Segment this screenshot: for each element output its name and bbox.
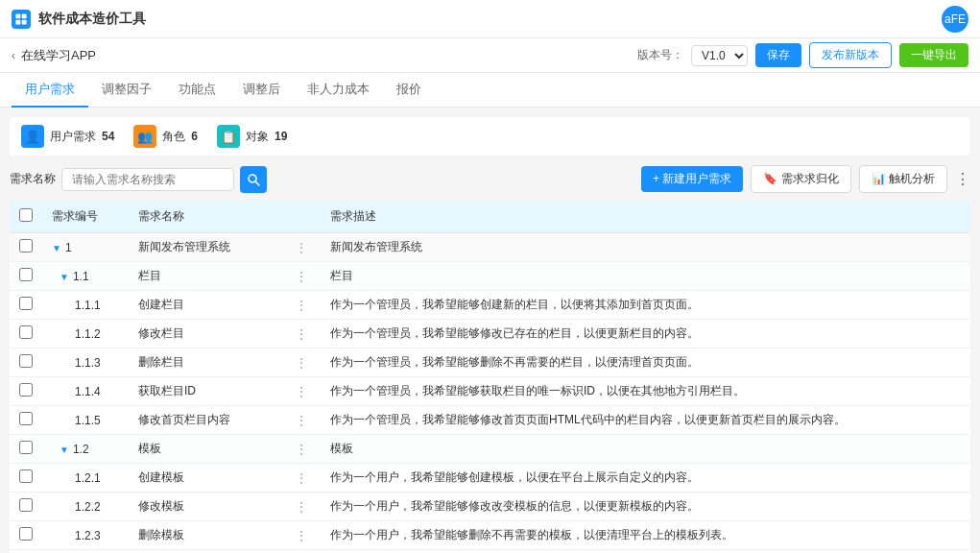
- expand-icon[interactable]: ▼: [60, 445, 69, 455]
- row-name: 创建模板: [129, 464, 282, 493]
- row-more-btn[interactable]: ⋮: [292, 270, 311, 283]
- search-box: 需求名称: [10, 166, 267, 193]
- search-label: 需求名称: [10, 171, 56, 187]
- back-button[interactable]: ‹: [12, 49, 15, 62]
- row-name: 删除模板: [129, 521, 282, 550]
- project-name: 在线学习APP: [21, 47, 96, 64]
- user-req-count: 54: [102, 130, 114, 143]
- col-checkbox: [10, 201, 42, 233]
- select-all-checkbox[interactable]: [19, 208, 33, 222]
- row-checkbox[interactable]: [19, 354, 33, 368]
- table-row: 1.2.3 删除模板 ⋮ 作为一个用户，我希望能够删除不再需要的模板，以便清理平…: [10, 521, 970, 550]
- row-more-btn[interactable]: ⋮: [292, 385, 311, 398]
- row-name: 模板实时预览: [129, 550, 282, 554]
- row-name: 修改模板: [129, 493, 282, 521]
- row-id: ▼1.1: [42, 262, 129, 291]
- row-more-btn[interactable]: ⋮: [292, 356, 311, 370]
- row-checkbox[interactable]: [19, 239, 33, 252]
- row-checkbox[interactable]: [19, 412, 33, 425]
- table-row: 1.1.1 创建栏目 ⋮ 作为一个管理员，我希望能够创建新的栏目，以便将其添加到…: [10, 291, 970, 320]
- row-id: 1.1.5: [42, 406, 129, 435]
- user-avatar[interactable]: aFE: [942, 6, 968, 33]
- row-name: 删除栏目: [129, 349, 282, 377]
- tab-function-points[interactable]: 功能点: [165, 73, 229, 108]
- add-requirement-button[interactable]: + 新建用户需求: [641, 166, 743, 192]
- version-select[interactable]: V1.0: [691, 45, 748, 66]
- row-desc: 作为一个管理员，我希望能够修改已存在的栏目，以便更新栏目的内容。: [321, 320, 970, 349]
- svg-rect-2: [15, 19, 20, 24]
- table: 需求编号 需求名称 需求描述 ▼1 新闻发布管理系统 ⋮ 新闻发布管理系统: [10, 201, 970, 553]
- save-button[interactable]: 保存: [755, 43, 801, 67]
- table-row: ▼1.1 栏目 ⋮ 栏目: [10, 262, 970, 291]
- requirements-table: 需求编号 需求名称 需求描述 ▼1 新闻发布管理系统 ⋮ 新闻发布管理系统: [10, 201, 970, 553]
- row-more-btn[interactable]: ⋮: [292, 471, 311, 485]
- title-bar: 软件成本造价工具 aFE: [0, 0, 980, 38]
- row-desc: 模板: [321, 435, 970, 464]
- user-req-label: 用户需求: [50, 129, 96, 145]
- row-checkbox[interactable]: [19, 383, 33, 397]
- role-label: 角色: [162, 129, 185, 145]
- app-title: 软件成本造价工具: [38, 11, 146, 28]
- row-checkbox[interactable]: [19, 469, 33, 483]
- row-name: 修改栏目: [129, 320, 282, 349]
- row-more-btn[interactable]: ⋮: [292, 500, 311, 514]
- export-button[interactable]: 一键导出: [899, 43, 968, 67]
- row-checkbox[interactable]: [19, 441, 33, 454]
- row-name: 新闻发布管理系统: [129, 233, 282, 262]
- svg-rect-1: [22, 13, 27, 18]
- nav-tabs: 用户需求 调整因子 功能点 调整后 非人力成本 报价: [0, 73, 980, 108]
- row-desc: 新闻发布管理系统: [321, 233, 970, 262]
- row-more-btn[interactable]: ⋮: [292, 414, 311, 427]
- tab-quote[interactable]: 报价: [383, 73, 435, 108]
- row-more-btn[interactable]: ⋮: [292, 529, 311, 542]
- more-options-icon[interactable]: ⋮: [955, 170, 970, 188]
- col-name-header: 需求名称: [129, 201, 282, 233]
- row-name: 修改首页栏目内容: [129, 406, 282, 435]
- table-row: ▼1 新闻发布管理系统 ⋮ 新闻发布管理系统: [10, 233, 970, 262]
- user-req-icon: 👤: [21, 125, 44, 148]
- search-button[interactable]: [240, 166, 267, 193]
- row-desc: 作为一个用户，我希望能够修改改变模板的信息，以便更新模板的内容。: [321, 493, 970, 521]
- svg-rect-0: [15, 13, 20, 18]
- row-checkbox[interactable]: [19, 325, 33, 339]
- stat-user-requirements: 👤 用户需求 54: [21, 125, 114, 148]
- expand-icon[interactable]: ▼: [60, 272, 69, 282]
- expand-icon[interactable]: ▼: [52, 243, 61, 253]
- row-more-btn[interactable]: ⋮: [292, 299, 311, 312]
- row-id: ▼1: [42, 233, 129, 262]
- table-row: 1.1.5 修改首页栏目内容 ⋮ 作为一个管理员，我希望能够修改首页页面HTML…: [10, 406, 970, 435]
- row-id: 1.2.3: [42, 521, 129, 550]
- row-id: ▼1.2: [42, 435, 129, 464]
- row-id: 1.1.2: [42, 320, 129, 349]
- svg-point-4: [249, 175, 256, 182]
- tab-non-labor[interactable]: 非人力成本: [294, 73, 383, 108]
- row-id: 1.2.2: [42, 493, 129, 521]
- table-row: 1.2.4 模板实时预览 ⋮ 作为一个用户，我希望能够对模板进行实时预览，以便及…: [10, 550, 970, 554]
- row-more-btn[interactable]: ⋮: [292, 443, 311, 456]
- search-input[interactable]: [61, 168, 234, 191]
- version-label: 版本号：: [637, 47, 683, 63]
- table-header: 需求编号 需求名称 需求描述: [10, 201, 970, 233]
- req-normalize-button[interactable]: 🔖 需求求归化: [751, 165, 850, 193]
- row-name: 创建栏目: [129, 291, 282, 320]
- analysis-button[interactable]: 📊 触机分析: [859, 165, 947, 193]
- row-id: 1.1.4: [42, 377, 129, 406]
- row-checkbox[interactable]: [19, 527, 33, 541]
- row-id: 1.1.1: [42, 291, 129, 320]
- row-name: 栏目: [129, 262, 282, 291]
- toolbar: 需求名称 + 新建用户需求 🔖 需求求归化 📊 触机分析 ⋮: [10, 165, 970, 193]
- breadcrumb-area: ‹ 在线学习APP: [12, 47, 96, 64]
- tab-user-requirements[interactable]: 用户需求: [12, 73, 88, 108]
- row-checkbox[interactable]: [19, 297, 33, 310]
- row-name: 模板: [129, 435, 282, 464]
- publish-button[interactable]: 发布新版本: [809, 42, 892, 68]
- row-more-btn[interactable]: ⋮: [292, 241, 311, 254]
- row-checkbox[interactable]: [19, 498, 33, 512]
- role-icon: 👥: [133, 125, 156, 148]
- row-more-btn[interactable]: ⋮: [292, 327, 311, 341]
- tab-adjustment-factors[interactable]: 调整因子: [88, 73, 165, 108]
- table-row: 1.1.4 获取栏目ID ⋮ 作为一个管理员，我希望能够获取栏目的唯一标识ID，…: [10, 377, 970, 406]
- row-checkbox[interactable]: [19, 268, 33, 281]
- table-row: 1.2.2 修改模板 ⋮ 作为一个用户，我希望能够修改改变模板的信息，以便更新模…: [10, 493, 970, 521]
- tab-adjusted[interactable]: 调整后: [229, 73, 294, 108]
